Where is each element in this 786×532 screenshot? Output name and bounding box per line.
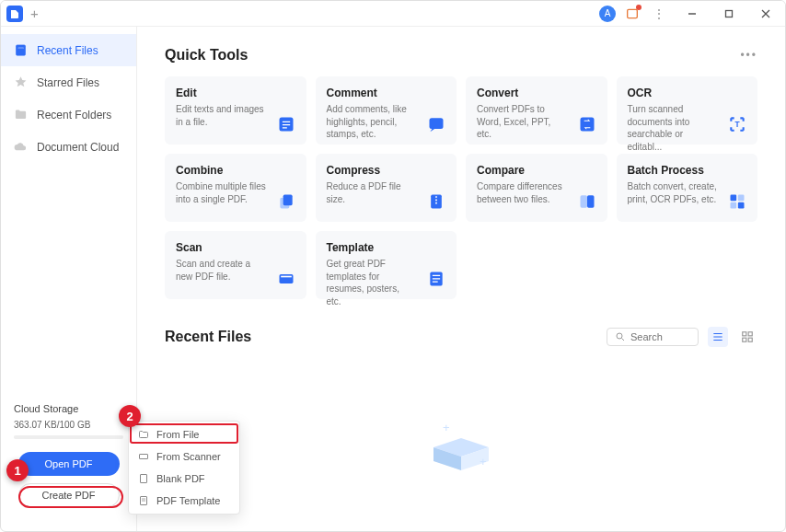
search-box[interactable] — [607, 328, 699, 346]
convert-icon — [576, 113, 598, 135]
app-logo-icon — [6, 6, 23, 22]
compress-icon — [425, 191, 447, 213]
sidebar-item-recent-folders[interactable]: Recent Folders — [1, 98, 136, 131]
comment-icon — [425, 113, 447, 135]
empty-box-icon: + + — [424, 424, 498, 475]
tool-compare[interactable]: Compare Compare differences between two … — [466, 154, 607, 222]
folder-icon — [14, 108, 28, 121]
svg-rect-8 — [430, 118, 444, 129]
svg-rect-5 — [17, 45, 26, 55]
tool-comment[interactable]: Comment Add comments, like highlights, p… — [316, 76, 457, 145]
svg-line-24 — [622, 339, 625, 341]
sidebar-item-recent-files[interactable]: Recent Files — [1, 34, 136, 66]
cloud-storage-bar — [14, 435, 123, 439]
notification-icon[interactable] — [625, 6, 640, 21]
svg-text:+: + — [480, 455, 487, 468]
svg-rect-19 — [738, 202, 745, 209]
combine-icon — [275, 191, 297, 213]
callout-1: 1 — [6, 459, 29, 481]
kebab-menu-icon[interactable]: ⋮ — [649, 6, 669, 21]
folder-open-icon — [138, 429, 149, 440]
tool-edit[interactable]: Edit Edit texts and images in a file. — [165, 76, 306, 145]
menu-item-from-file[interactable]: From File — [129, 423, 239, 445]
menu-item-pdf-template[interactable]: PDF Template — [129, 490, 239, 512]
cloud-storage-stats: 363.07 KB/100 GB — [14, 420, 123, 430]
ocr-icon: T — [726, 113, 748, 135]
template-icon — [425, 268, 447, 290]
sidebar-item-label: Starred Files — [37, 76, 99, 89]
menu-item-from-scanner[interactable]: From Scanner — [129, 445, 239, 468]
search-icon — [615, 331, 626, 342]
tool-compress[interactable]: Compress Reduce a PDF file size. — [316, 154, 457, 222]
svg-rect-9 — [580, 118, 594, 132]
svg-point-23 — [617, 333, 622, 339]
tool-combine[interactable]: Combine Combine multiple files into a si… — [165, 154, 306, 222]
tool-template[interactable]: Template Get great PDF templates for res… — [316, 231, 457, 299]
recent-files-title: Recent Files — [165, 329, 251, 345]
quick-tools-more[interactable]: ••• — [740, 49, 757, 62]
sidebar-item-label: Recent Files — [37, 44, 98, 57]
quick-tools-grid: Edit Edit texts and images in a file. Co… — [165, 76, 757, 299]
svg-rect-14 — [580, 195, 587, 207]
compare-icon — [576, 191, 598, 213]
tool-convert[interactable]: Convert Convert PDFs to Word, Excel, PPT… — [466, 76, 607, 145]
svg-rect-32 — [141, 475, 147, 483]
scanner-icon — [138, 451, 149, 462]
blank-file-icon — [138, 473, 149, 484]
svg-rect-27 — [743, 338, 746, 341]
sidebar-item-label: Document Cloud — [37, 141, 119, 154]
svg-rect-18 — [731, 202, 737, 209]
empty-state: + + — [165, 360, 757, 512]
sidebar-item-label: Recent Folders — [37, 109, 111, 121]
title-bar: + A ⋮ — [1, 1, 785, 27]
tool-ocr[interactable]: OCR Turn scanned documents into searchab… — [617, 76, 758, 145]
search-input[interactable] — [630, 331, 686, 342]
edit-icon — [275, 113, 297, 135]
close-button[interactable] — [752, 3, 780, 25]
svg-rect-0 — [628, 9, 638, 17]
new-tab-button[interactable]: + — [30, 6, 39, 21]
minimize-button[interactable] — [678, 3, 706, 25]
svg-rect-6 — [17, 47, 23, 48]
open-pdf-button[interactable]: Open PDF — [18, 452, 120, 476]
tool-scan[interactable]: Scan Scan and create a new PDF file. — [165, 231, 306, 299]
svg-rect-31 — [140, 455, 148, 459]
clock-file-icon — [14, 43, 28, 57]
profile-avatar[interactable]: A — [599, 6, 616, 22]
svg-rect-20 — [279, 274, 293, 283]
svg-text:+: + — [443, 424, 450, 434]
create-pdf-button[interactable]: Create PDF — [18, 483, 120, 507]
svg-rect-26 — [748, 332, 752, 336]
svg-rect-2 — [726, 10, 733, 17]
sidebar-item-document-cloud[interactable]: Document Cloud — [1, 131, 136, 163]
maximize-button[interactable] — [715, 3, 743, 25]
create-pdf-menu: From File From Scanner Blank PDF PDF Tem… — [128, 421, 240, 515]
sidebar-item-starred-files[interactable]: Starred Files — [1, 66, 136, 98]
sidebar: Recent Files Starred Files Recent Folder… — [1, 27, 137, 531]
svg-text:T: T — [734, 120, 739, 129]
grid-view-button[interactable] — [737, 327, 757, 347]
tool-batch[interactable]: Batch Process Batch convert, create, pri… — [617, 154, 758, 222]
menu-item-blank-pdf[interactable]: Blank PDF — [129, 468, 239, 490]
scan-icon — [275, 268, 297, 290]
svg-rect-25 — [743, 332, 746, 336]
svg-rect-15 — [587, 195, 595, 207]
template-file-icon — [138, 495, 149, 506]
cloud-storage-title: Cloud Storage — [14, 403, 123, 414]
star-icon — [14, 75, 28, 89]
callout-2: 2 — [119, 405, 141, 427]
svg-rect-28 — [748, 338, 752, 341]
list-view-button[interactable] — [708, 327, 728, 347]
svg-rect-12 — [283, 195, 292, 206]
svg-rect-21 — [281, 276, 292, 278]
svg-rect-16 — [731, 195, 737, 202]
svg-rect-17 — [738, 195, 745, 202]
quick-tools-title: Quick Tools — [165, 47, 248, 64]
cloud-icon — [14, 140, 28, 154]
batch-icon — [726, 191, 748, 213]
